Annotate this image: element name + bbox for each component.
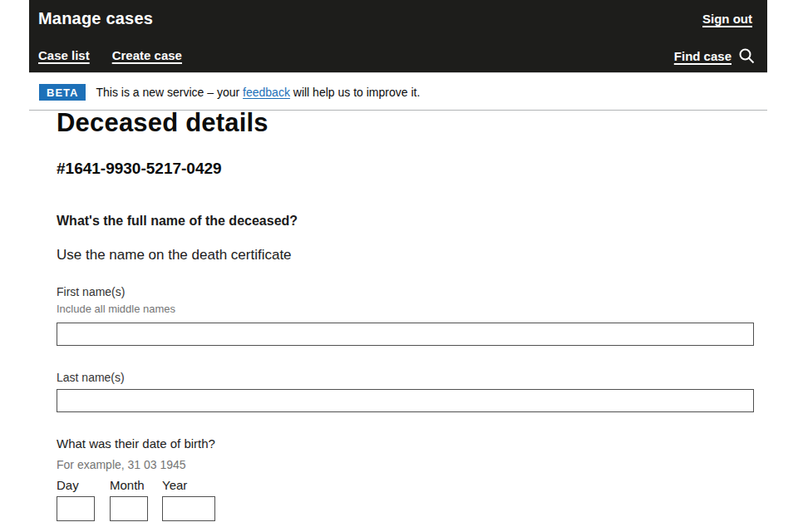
find-case-label[interactable]: Find case: [674, 49, 732, 63]
feedback-link[interactable]: feedback: [243, 86, 290, 99]
header-nav: Case list Create case: [38, 48, 182, 62]
first-name-hint: Include all middle names: [57, 303, 175, 315]
full-name-hint: Use the name on the death certificate: [57, 247, 292, 264]
beta-tag: BETA: [39, 84, 86, 101]
dob-question: What was their date of birth?: [57, 436, 215, 451]
nav-create-case[interactable]: Create case: [112, 48, 182, 62]
page-title: Deceased details: [57, 108, 268, 138]
dob-year-input[interactable]: [162, 496, 215, 521]
site-header: Manage cases Sign out Case list Create c…: [29, 0, 767, 73]
last-name-label: Last name(s): [57, 371, 125, 384]
page: Manage cases Sign out Case list Create c…: [0, 0, 798, 532]
dob-year-label: Year: [162, 478, 187, 492]
phase-banner-text: This is a new service – your feedback wi…: [96, 86, 420, 99]
search-icon[interactable]: [738, 47, 755, 64]
first-name-input[interactable]: [57, 323, 754, 346]
sign-out-link[interactable]: Sign out: [702, 12, 752, 26]
case-number: #1641-9930-5217-0429: [57, 160, 222, 178]
dob-day-label: Day: [57, 478, 79, 492]
phase-banner: BETA This is a new service – your feedba…: [29, 74, 767, 111]
full-name-question: What's the full name of the deceased?: [57, 214, 298, 229]
dob-month-label: Month: [110, 478, 145, 492]
dob-day-input[interactable]: [57, 496, 95, 521]
phase-text-after: will help us to improve it.: [290, 86, 420, 99]
service-name: Manage cases: [38, 9, 153, 28]
dob-month-input[interactable]: [110, 496, 148, 521]
nav-case-list[interactable]: Case list: [38, 48, 90, 62]
nav-find-case[interactable]: Find case: [674, 47, 755, 64]
first-name-label: First name(s): [57, 285, 125, 298]
last-name-input[interactable]: [57, 389, 754, 412]
phase-text-before: This is a new service – your: [96, 86, 243, 99]
dob-hint: For example, 31 03 1945: [57, 458, 186, 471]
